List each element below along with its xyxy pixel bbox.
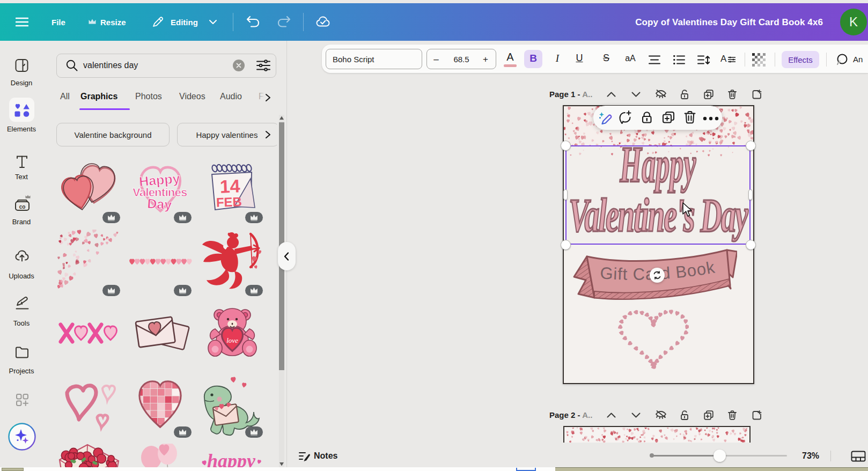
svg-text:FEB: FEB <box>216 194 242 210</box>
svg-text:co: co <box>19 204 26 210</box>
svg-text:Day: Day <box>147 196 172 212</box>
svg-text:14: 14 <box>219 175 240 196</box>
svg-text:love: love <box>226 336 238 344</box>
